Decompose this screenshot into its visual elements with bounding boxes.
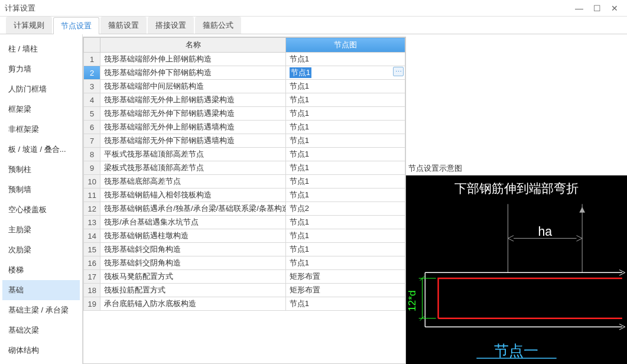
minimize-button[interactable]: — xyxy=(574,4,584,13)
cell-node[interactable]: 节点1 xyxy=(285,53,405,66)
cell-node[interactable]: 节点1 xyxy=(285,175,405,188)
settings-grid[interactable]: 名称 节点图 1筏形基础端部外伸上部钢筋构造节点12筏形基础端部外伸下部钢筋构造… xyxy=(83,37,405,311)
cell-name[interactable]: 筏形基础钢筋遇柱墩构造 xyxy=(100,229,285,243)
cell-node[interactable]: 矩形布置 xyxy=(285,270,405,284)
tab-node-settings[interactable]: 节点设置 xyxy=(53,17,99,34)
cell-name[interactable]: 筏形基础端部无外伸下部钢筋遇梁构造 xyxy=(100,107,285,121)
cell-name[interactable]: 筏形基础底部高差节点 xyxy=(100,175,285,188)
cell-node[interactable]: 节点1 xyxy=(285,134,405,148)
tab-stirrup-settings[interactable]: 箍筋设置 xyxy=(100,17,147,34)
row-number[interactable]: 17 xyxy=(84,270,100,284)
table-row[interactable]: 2筏形基础端部外伸下部钢筋构造节点1⋯ xyxy=(84,66,405,80)
sidebar-item-precast-column[interactable]: 预制柱 xyxy=(2,160,80,180)
grid-header-node[interactable]: 节点图 xyxy=(285,38,405,53)
table-row[interactable]: 1筏形基础端部外伸上部钢筋构造节点1 xyxy=(84,53,405,66)
sidebar-item-frame-beam[interactable]: 框架梁 xyxy=(2,99,80,119)
cell-name[interactable]: 承台底筋锚入防水底板构造 xyxy=(100,297,285,311)
tab-stirrup-formula[interactable]: 箍筋公式 xyxy=(195,17,241,34)
cell-node[interactable]: 节点1 xyxy=(285,256,405,270)
sidebar-item-foundation[interactable]: 基础 xyxy=(2,280,80,300)
cell-node[interactable]: 节点1 xyxy=(285,188,405,202)
close-button[interactable]: ✕ xyxy=(609,4,620,13)
cell-node[interactable]: 节点1 xyxy=(285,161,405,175)
cell-name[interactable]: 筏形基础端部无外伸上部钢筋遇梁构造 xyxy=(100,93,285,107)
sidebar-item-main-rib[interactable]: 主肋梁 xyxy=(2,220,80,240)
row-number[interactable]: 12 xyxy=(84,202,100,216)
cell-node[interactable]: 节点1 xyxy=(285,121,405,134)
table-row[interactable]: 4筏形基础端部无外伸上部钢筋遇梁构造节点1 xyxy=(84,93,405,107)
sidebar-item-shearwall[interactable]: 剪力墙 xyxy=(2,59,80,79)
row-number[interactable]: 6 xyxy=(84,121,100,134)
table-row[interactable]: 9梁板式筏形基础顶部高差节点节点1 xyxy=(84,161,405,175)
tab-calc-rules[interactable]: 计算规则 xyxy=(6,17,52,34)
table-row[interactable]: 13筏形/承台基础遇集水坑节点节点1 xyxy=(84,216,405,229)
row-number[interactable]: 2 xyxy=(84,66,100,80)
sidebar-item-nonframe-beam[interactable]: 非框架梁 xyxy=(2,119,80,139)
table-row[interactable]: 8平板式筏形基础顶部高差节点节点1 xyxy=(84,148,405,161)
cell-node[interactable]: 节点1 xyxy=(285,297,405,311)
cell-name[interactable]: 筏形基础斜交阳角构造 xyxy=(100,243,285,256)
sidebar-item-defense-frame[interactable]: 人防门框墙 xyxy=(2,79,80,99)
cell-name[interactable]: 筏形基础端部无外伸上部钢筋遇墙构造 xyxy=(100,121,285,134)
cell-node[interactable]: 节点2 xyxy=(285,202,405,216)
tab-lap-settings[interactable]: 搭接设置 xyxy=(148,17,194,34)
cell-node[interactable]: 节点1 xyxy=(285,80,405,93)
table-row[interactable]: 6筏形基础端部无外伸上部钢筋遇墙构造节点1 xyxy=(84,121,405,134)
sidebar-item-precast-wall[interactable]: 预制墙 xyxy=(2,180,80,200)
table-row[interactable]: 12筏形基础钢筋遇承台/独基/承台梁/基础联系梁/条基构造节点2 xyxy=(84,202,405,216)
table-row[interactable]: 14筏形基础钢筋遇柱墩构造节点1 xyxy=(84,229,405,243)
cell-node[interactable]: 节点1⋯ xyxy=(285,66,405,80)
cell-name[interactable]: 筏形基础斜交阴角构造 xyxy=(100,256,285,270)
cell-edit-value[interactable]: 节点1 xyxy=(290,67,311,78)
row-number[interactable]: 7 xyxy=(84,134,100,148)
cell-name[interactable]: 筏板拉筋配置方式 xyxy=(100,284,285,297)
cell-node[interactable]: 节点1 xyxy=(285,148,405,161)
cell-node[interactable]: 节点1 xyxy=(285,93,405,107)
cell-node[interactable]: 节点1 xyxy=(285,229,405,243)
row-number[interactable]: 13 xyxy=(84,216,100,229)
table-row[interactable]: 19承台底筋锚入防水底板构造节点1 xyxy=(84,297,405,311)
row-number[interactable]: 4 xyxy=(84,93,100,107)
cell-name[interactable]: 平板式筏形基础顶部高差节点 xyxy=(100,148,285,161)
row-number[interactable]: 19 xyxy=(84,297,100,311)
cell-name[interactable]: 筏形基础端部无外伸下部钢筋遇墙构造 xyxy=(100,134,285,148)
sidebar-item-foundation-secondary[interactable]: 基础次梁 xyxy=(2,320,80,340)
cell-name[interactable]: 梁板式筏形基础顶部高差节点 xyxy=(100,161,285,175)
row-number[interactable]: 14 xyxy=(84,229,100,243)
sidebar-item-secondary-rib[interactable]: 次肋梁 xyxy=(2,240,80,260)
table-row[interactable]: 17筏板马凳筋配置方式矩形布置 xyxy=(84,270,405,284)
cell-name[interactable]: 筏形基础钢筋遇承台/独基/承台梁/基础联系梁/条基构造 xyxy=(100,202,285,216)
row-number[interactable]: 10 xyxy=(84,175,100,188)
row-number[interactable]: 8 xyxy=(84,148,100,161)
cell-name[interactable]: 筏形基础端部外伸下部钢筋构造 xyxy=(100,66,285,80)
sidebar-item-hollow-slab[interactable]: 空心楼盖板 xyxy=(2,200,80,220)
table-row[interactable]: 15筏形基础斜交阳角构造节点1 xyxy=(84,243,405,256)
table-row[interactable]: 3筏形基础端部中间层钢筋构造节点1 xyxy=(84,80,405,93)
cell-name[interactable]: 筏板马凳筋配置方式 xyxy=(100,270,285,284)
sidebar-item-stair[interactable]: 楼梯 xyxy=(2,260,80,280)
sidebar-item-column[interactable]: 柱 / 墙柱 xyxy=(2,39,80,59)
table-row[interactable]: 16筏形基础斜交阴角构造节点1 xyxy=(84,256,405,270)
cell-name[interactable]: 筏形基础钢筋锚入相邻筏板构造 xyxy=(100,188,285,202)
row-number[interactable]: 11 xyxy=(84,188,100,202)
cell-node[interactable]: 矩形布置 xyxy=(285,284,405,297)
sidebar-item-foundation-beam[interactable]: 基础主梁 / 承台梁 xyxy=(2,300,80,320)
cell-name[interactable]: 筏形基础端部中间层钢筋构造 xyxy=(100,80,285,93)
sidebar-item-other[interactable]: 其它 xyxy=(2,360,80,364)
table-row[interactable]: 18筏板拉筋配置方式矩形布置 xyxy=(84,284,405,297)
table-row[interactable]: 10筏形基础底部高差节点节点1 xyxy=(84,175,405,188)
row-number[interactable]: 1 xyxy=(84,53,100,66)
ellipsis-button[interactable]: ⋯ xyxy=(393,67,404,76)
table-row[interactable]: 11筏形基础钢筋锚入相邻筏板构造节点1 xyxy=(84,188,405,202)
row-number[interactable]: 9 xyxy=(84,161,100,175)
row-number[interactable]: 16 xyxy=(84,256,100,270)
row-number[interactable]: 3 xyxy=(84,80,100,93)
table-row[interactable]: 7筏形基础端部无外伸下部钢筋遇墙构造节点1 xyxy=(84,134,405,148)
cell-node[interactable]: 节点1 xyxy=(285,216,405,229)
cell-name[interactable]: 筏形基础端部外伸上部钢筋构造 xyxy=(100,53,285,66)
row-number[interactable]: 18 xyxy=(84,284,100,297)
cell-node[interactable]: 节点1 xyxy=(285,243,405,256)
cell-node[interactable]: 节点1 xyxy=(285,107,405,121)
row-number[interactable]: 15 xyxy=(84,243,100,256)
row-number[interactable]: 5 xyxy=(84,107,100,121)
